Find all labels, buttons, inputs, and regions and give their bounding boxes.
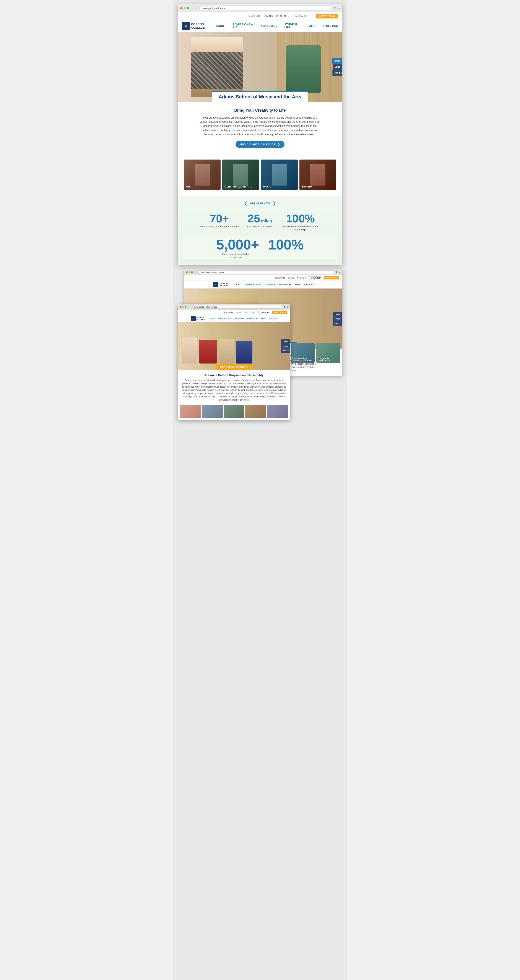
- nav-admissions-3[interactable]: ADMISSIONS & AID: [218, 318, 232, 320]
- biz-title-banner: School of Business: [216, 364, 253, 370]
- logo-3[interactable]: GC GORDONCOLLEGE: [191, 316, 205, 321]
- info-for-2[interactable]: INFO FOR: [297, 277, 306, 279]
- dept-card-art[interactable]: Art: [184, 159, 221, 190]
- nav-faith-2[interactable]: FAITH: [295, 283, 300, 285]
- graduate-link[interactable]: GRADUATE: [248, 15, 261, 18]
- dept-theatre-person: [310, 164, 326, 186]
- apply-btn-2[interactable]: APPLY TODAY: [324, 276, 339, 279]
- people-thumb-3: [224, 405, 245, 418]
- nav-about-3[interactable]: ABOUT: [210, 318, 215, 320]
- url-bar-1[interactable]: www.gordon.edu/arts: [200, 6, 332, 10]
- share-btn-2[interactable]: ⬆: [336, 271, 337, 274]
- logo-2[interactable]: GC GORDONCOLLEGE: [213, 282, 228, 287]
- graduate-link-3[interactable]: GRADUATE: [223, 312, 233, 313]
- dept-card-theatre-label: Theatre: [302, 185, 312, 188]
- nav-faith[interactable]: FAITH: [308, 24, 316, 27]
- people-thumb-1: [180, 405, 201, 418]
- add-tab-btn-2[interactable]: +: [339, 271, 340, 274]
- edu-overlay-cards: Communication Sciences & Disorders Profe…: [291, 343, 340, 363]
- back-button[interactable]: ‹: [192, 6, 194, 10]
- apply-today-button[interactable]: APPLY TODAY: [316, 14, 338, 18]
- info-side-btn-3[interactable]: INFO: [281, 339, 290, 344]
- nav-about[interactable]: ABOUT: [216, 24, 226, 27]
- nav-admissions-2[interactable]: ADMISSIONS & AID: [244, 283, 261, 285]
- people-thumb-2: [202, 405, 223, 418]
- forward-button[interactable]: ›: [195, 6, 198, 10]
- giving-link[interactable]: GIVING: [264, 15, 273, 18]
- nav-student-life-2[interactable]: STUDENT LIFE: [279, 283, 291, 285]
- giving-link-2[interactable]: GIVING: [288, 277, 294, 279]
- dept-card-music[interactable]: Music: [261, 159, 298, 190]
- maximize-dot-3[interactable]: [184, 306, 186, 308]
- calendar-button[interactable]: MUSIC & ARTS CALENDAR ❯: [235, 141, 285, 148]
- url-bar-2[interactable]: www.gordon.edu/education: [199, 270, 334, 274]
- maximize-dot[interactable]: [187, 7, 189, 10]
- share-button[interactable]: ⬆: [334, 6, 336, 10]
- people-thumb-5: [267, 405, 288, 418]
- nav-academics[interactable]: ACADEMICS: [261, 24, 278, 27]
- edu-card-comm-sciences[interactable]: Communication Sciences & Disorders: [291, 343, 315, 363]
- minimize-dot-2[interactable]: [189, 271, 191, 273]
- apply-btn-3[interactable]: APPLY TODAY: [272, 311, 287, 314]
- dept-card-comm[interactable]: Communication Arts: [222, 159, 259, 190]
- svg-text:DON: DON: [184, 26, 187, 27]
- hero-title-1: Adams School of Music and the Arts: [219, 94, 301, 100]
- search-3[interactable]: 🔍 SEARCH: [256, 311, 270, 314]
- info-side-btn-2[interactable]: INFO: [333, 312, 342, 317]
- new-tab-button[interactable]: +: [338, 6, 340, 10]
- nav-admissions[interactable]: ADMISSIONS & AID: [233, 23, 254, 29]
- close-dot[interactable]: [180, 7, 183, 10]
- nav-student-life-3[interactable]: STUDENT LIFE: [247, 318, 258, 320]
- content-section-1: Bring Your Creativity to Life Your creat…: [178, 102, 342, 159]
- minimize-dot-3[interactable]: [182, 306, 184, 308]
- search-input[interactable]: [298, 15, 311, 18]
- add-tab-btn-3[interactable]: +: [287, 305, 288, 308]
- nav-academics-2[interactable]: ACADEMICS: [264, 283, 275, 285]
- nav-student-life[interactable]: STUDENT LIFE: [285, 23, 301, 29]
- search-icon: 🔍: [294, 15, 297, 18]
- minimize-dot[interactable]: [183, 7, 186, 10]
- nav-about-2[interactable]: ABOUT: [234, 283, 240, 285]
- giving-link-3[interactable]: GIVING: [235, 312, 242, 313]
- maximize-dot-2[interactable]: [191, 271, 193, 273]
- visit-side-btn-2[interactable]: VISIT: [333, 317, 342, 321]
- visit-side-button[interactable]: VISIT: [332, 64, 342, 70]
- utility-bar-2: GRADUATE GIVING INFO FOR 🔍 SEARCH APPLY …: [184, 275, 342, 280]
- nav-athletics-3[interactable]: ATHLETICS: [269, 318, 277, 320]
- person-biz-3: [219, 339, 234, 364]
- dept-music-person: [272, 164, 287, 186]
- people-grid: [178, 405, 290, 420]
- search-2[interactable]: 🔍 SEARCH: [308, 276, 322, 279]
- logo-icon-3: GC: [191, 316, 196, 321]
- nav-athletics-2[interactable]: ATHLETICS: [304, 283, 313, 285]
- close-dot-3[interactable]: [180, 306, 181, 308]
- gordon-logo[interactable]: GOR DON GORDON COLLEGE: [182, 22, 205, 30]
- apply-side-btn-2[interactable]: APPLY: [333, 321, 342, 326]
- share-btn-3[interactable]: ⬆: [284, 305, 286, 309]
- close-dot-2[interactable]: [186, 271, 188, 273]
- stat-item-2: 25 miles from Boston's art scene: [247, 213, 272, 231]
- nav-faith-3[interactable]: FAITH: [261, 318, 266, 320]
- search-bar[interactable]: 🔍: [293, 14, 313, 18]
- nav-athletics[interactable]: ATHLETICS: [323, 24, 338, 27]
- svg-text:GC: GC: [192, 318, 194, 320]
- visit-side-btn-3[interactable]: VISIT: [281, 344, 290, 348]
- hero-person-left: [191, 37, 243, 97]
- info-side-button[interactable]: INFO: [332, 58, 342, 64]
- stat-item-3: 100% design studio students complete an …: [281, 213, 320, 231]
- logo-icon-2: GC: [213, 282, 218, 287]
- nav-academics-3[interactable]: ACADEMICS: [235, 318, 244, 320]
- info-for-dropdown[interactable]: INFO FOR ▾: [276, 15, 290, 18]
- edu-card-prof-dev[interactable]: Professional Development: [316, 343, 340, 363]
- calendar-btn-arrow: ❯: [277, 143, 280, 146]
- side-buttons-2: INFO VISIT APPLY: [333, 312, 342, 326]
- stat-number-unit-2: 25 miles: [247, 213, 272, 224]
- apply-side-button[interactable]: APPLY: [332, 70, 342, 76]
- logo-text-3: GORDONCOLLEGE: [196, 317, 205, 321]
- info-for-3[interactable]: INFO FOR: [245, 312, 254, 313]
- url-bar-3[interactable]: www.gordon.edu/business: [192, 305, 282, 309]
- dept-card-theatre[interactable]: Theatre: [299, 159, 336, 190]
- stat-item-1: 70+ annual music, art and theatre events: [200, 213, 239, 231]
- graduate-link-2[interactable]: GRADUATE: [275, 277, 285, 279]
- apply-side-btn-3[interactable]: APPLY: [281, 348, 290, 353]
